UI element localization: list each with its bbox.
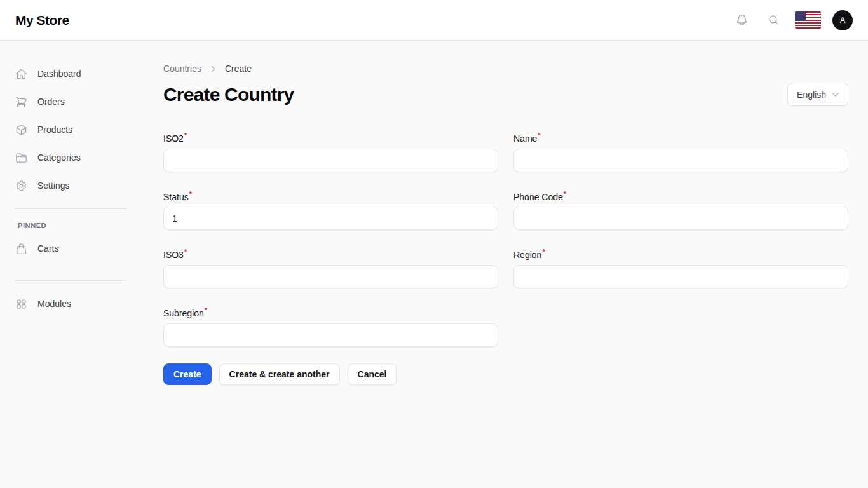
field-iso3: ISO3*: [163, 248, 498, 288]
field-label: Subregion*: [163, 306, 207, 318]
status-input[interactable]: [163, 207, 498, 230]
user-avatar[interactable]: A: [832, 10, 853, 30]
sidebar-item-carts[interactable]: Carts: [15, 238, 133, 259]
required-asterisk: *: [189, 190, 192, 198]
sidebar-group-label-pinned: PINNED: [18, 222, 133, 229]
breadcrumb: Countries Create: [163, 64, 848, 74]
sidebar-item-categories[interactable]: Categories: [15, 147, 133, 168]
field-region: Region*: [513, 248, 848, 288]
field-iso2: ISO2*: [163, 132, 498, 172]
sidebar-item-dashboard[interactable]: Dashboard: [15, 64, 133, 84]
language-selector[interactable]: English: [787, 83, 848, 106]
app-shell: Dashboard Orders Products: [0, 41, 868, 488]
form-actions: Create Create & create another Cancel: [163, 363, 848, 385]
field-phone-code: Phone Code*: [513, 190, 848, 231]
cube-icon: [15, 124, 27, 136]
subregion-input[interactable]: [163, 323, 498, 347]
required-asterisk: *: [564, 190, 566, 198]
sidebar-item-label: Carts: [37, 243, 58, 254]
required-asterisk: *: [205, 306, 207, 314]
title-row: Create Country English: [163, 83, 848, 106]
required-asterisk: *: [184, 132, 187, 139]
field-name: Name*: [513, 132, 848, 172]
us-flag-canton: [795, 11, 806, 21]
field-label: ISO2*: [163, 132, 187, 144]
sidebar-divider: [15, 280, 126, 281]
sidebar-item-label: Products: [37, 125, 72, 135]
language-flag-us[interactable]: [795, 11, 821, 29]
language-selected-label: English: [797, 90, 826, 100]
form-grid-spacer: [513, 306, 848, 347]
grid-icon: [15, 298, 27, 310]
chevron-right-icon: [209, 65, 217, 73]
create-country-form: ISO2* Name* Status* Phone Code* ISO3* Re: [163, 132, 848, 347]
home-icon: [15, 68, 27, 80]
breadcrumb-countries[interactable]: Countries: [163, 64, 201, 74]
sidebar-item-label: Modules: [37, 299, 71, 309]
phone-code-input[interactable]: [513, 207, 848, 230]
field-subregion: Subregion*: [163, 306, 498, 347]
chevron-down-icon: [831, 90, 840, 99]
shopping-bag-icon: [15, 243, 27, 255]
search-button[interactable]: [763, 10, 783, 30]
shopping-cart-icon: [15, 96, 27, 108]
breadcrumb-create: Create: [225, 64, 252, 74]
region-input[interactable]: [513, 265, 848, 288]
sidebar-item-label: Dashboard: [37, 69, 81, 79]
iso3-input[interactable]: [163, 265, 498, 288]
field-label: Status*: [163, 190, 192, 202]
iso2-input[interactable]: [163, 149, 498, 172]
topbar-actions: A: [731, 10, 853, 30]
field-label: Name*: [513, 132, 541, 144]
page-title: Create Country: [163, 84, 294, 105]
notifications-button[interactable]: [731, 10, 752, 30]
sidebar-item-modules[interactable]: Modules: [15, 294, 133, 314]
field-label: Region*: [513, 248, 545, 260]
required-asterisk: *: [538, 132, 540, 139]
gear-icon: [15, 180, 27, 192]
cancel-button[interactable]: Cancel: [348, 363, 397, 385]
sidebar-item-label: Categories: [37, 152, 81, 163]
create-button[interactable]: Create: [163, 363, 212, 385]
sidebar-item-orders[interactable]: Orders: [15, 92, 133, 112]
search-icon: [768, 15, 779, 25]
sidebar: Dashboard Orders Products: [0, 41, 143, 488]
create-and-create-another-button[interactable]: Create & create another: [219, 363, 340, 385]
field-label: ISO3*: [163, 248, 187, 260]
required-asterisk: *: [184, 248, 187, 255]
required-asterisk: *: [542, 248, 545, 255]
sidebar-item-settings[interactable]: Settings: [15, 175, 133, 196]
sidebar-item-label: Settings: [37, 180, 70, 191]
field-status: Status*: [163, 190, 498, 231]
sidebar-item-label: Orders: [37, 97, 65, 107]
field-label: Phone Code*: [513, 190, 566, 202]
sidebar-divider: [15, 208, 126, 209]
sidebar-item-products[interactable]: Products: [15, 119, 133, 140]
brand-logo[interactable]: My Store: [15, 13, 69, 28]
bell-icon: [735, 13, 749, 27]
folder-icon: [15, 152, 27, 164]
main-content: Countries Create Create Country English: [143, 41, 868, 488]
name-input[interactable]: [513, 149, 848, 172]
topbar: My Store A: [0, 0, 868, 41]
